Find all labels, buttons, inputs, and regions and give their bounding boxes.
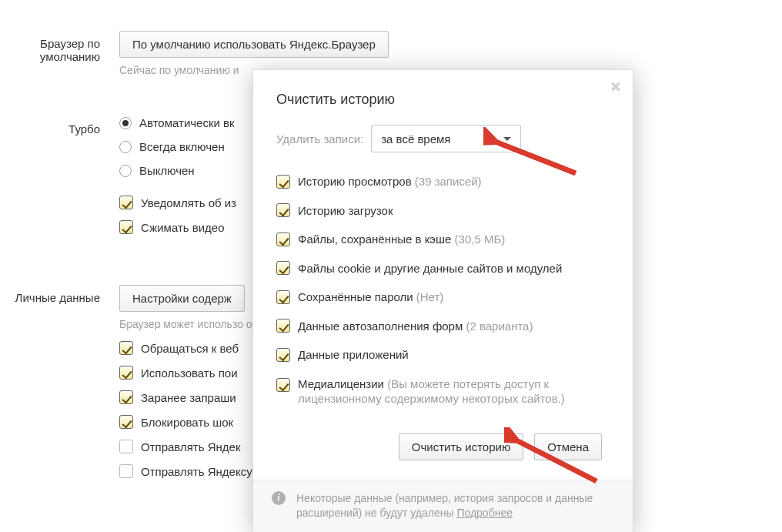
media-licenses-checkbox[interactable]: Медиалицензии (Вы можете потерять доступ… bbox=[276, 376, 602, 407]
cookies-checkbox[interactable]: Файлы cookie и другие данные сайтов и мо… bbox=[276, 261, 602, 276]
checkbox-icon bbox=[276, 203, 290, 217]
modal-footer-text: Некоторые данные (например, история запр… bbox=[296, 491, 614, 521]
cancel-button[interactable]: Отмена bbox=[534, 433, 602, 460]
modal-title: Очистить историю bbox=[276, 92, 602, 108]
download-history-checkbox[interactable]: Историю загрузок bbox=[276, 203, 602, 219]
clear-history-button[interactable]: Очистить историю bbox=[399, 433, 523, 460]
checkbox-label: Историю загрузок bbox=[298, 203, 393, 219]
checkbox-label: Медиалицензии (Вы можете потерять доступ… bbox=[298, 376, 602, 407]
checkbox-label: Данные приложений bbox=[298, 347, 409, 363]
close-icon[interactable] bbox=[608, 79, 623, 95]
checkbox-icon bbox=[276, 378, 290, 392]
checkbox-label: Историю просмотров (39 записей) bbox=[298, 174, 482, 189]
learn-more-link[interactable]: Подробнее bbox=[456, 507, 513, 519]
cached-files-checkbox[interactable]: Файлы, сохранённые в кэше (30,5 МБ) bbox=[276, 232, 602, 247]
checkbox-icon bbox=[276, 348, 290, 362]
app-data-checkbox[interactable]: Данные приложений bbox=[276, 347, 602, 363]
info-icon: i bbox=[272, 491, 286, 505]
clear-history-modal: Очистить историю Удалить записи: за всё … bbox=[252, 69, 633, 532]
time-range-label: Удалить записи: bbox=[276, 132, 363, 146]
checkbox-icon bbox=[276, 290, 290, 304]
checkbox-label: Данные автозаполнения форм (2 варианта) bbox=[298, 319, 533, 334]
checkbox-label: Файлы cookie и другие данные сайтов и мо… bbox=[298, 261, 562, 276]
checkbox-label: Сохранённые пароли (Нет) bbox=[298, 289, 443, 305]
checkbox-icon bbox=[276, 319, 290, 333]
passwords-checkbox[interactable]: Сохранённые пароли (Нет) bbox=[276, 289, 602, 305]
checkbox-label: Файлы, сохранённые в кэше (30,5 МБ) bbox=[298, 232, 505, 247]
checkbox-icon bbox=[276, 175, 290, 189]
chevron-down-icon bbox=[503, 137, 511, 141]
dropdown-selected-value: за всё время bbox=[381, 132, 450, 146]
checkbox-icon bbox=[276, 233, 290, 246]
autofill-checkbox[interactable]: Данные автозаполнения форм (2 варианта) bbox=[276, 319, 602, 334]
checkbox-icon bbox=[276, 261, 290, 275]
browsing-history-checkbox[interactable]: Историю просмотров (39 записей) bbox=[276, 174, 602, 189]
time-range-dropdown[interactable]: за всё время bbox=[371, 125, 521, 152]
